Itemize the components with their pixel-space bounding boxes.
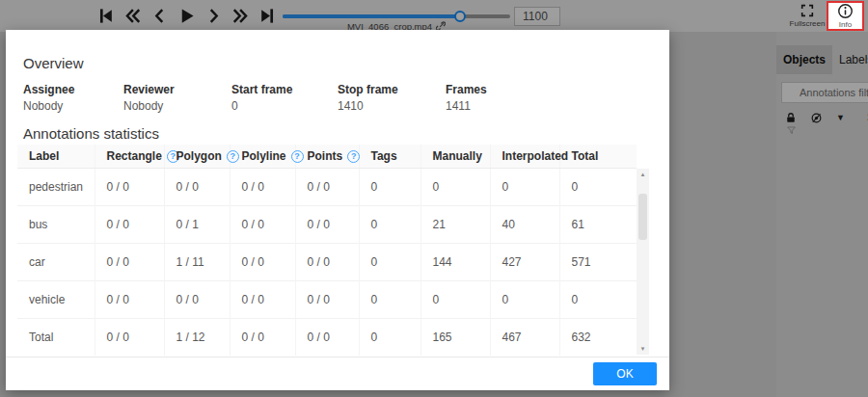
scrollbar-thumb[interactable] [638, 194, 647, 240]
stat-cell: 61 [559, 206, 637, 244]
column-header-polyline: Polyline? [230, 145, 295, 169]
stat-cell: 0 / 0 [95, 169, 164, 206]
stat-cell: 0 [420, 169, 490, 206]
stat-cell: 467 [490, 319, 559, 357]
overview-fields: Assignee Nobody Reviewer Nobody Start fr… [23, 83, 654, 113]
stat-cell: 144 [420, 244, 490, 281]
table-row: pedestrian0 / 00 / 00 / 00 / 00000 [17, 169, 637, 206]
row-label-cell: vehicle [17, 281, 95, 319]
stat-cell: 0 [559, 281, 637, 319]
column-header-label: Label [29, 149, 59, 163]
column-header-rectangle: Rectangle? [95, 145, 164, 169]
row-label-cell: bus [17, 206, 95, 244]
info-button[interactable]: Info [827, 1, 864, 31]
stat-cell: 1 / 11 [164, 244, 230, 281]
column-header-label: Total [572, 149, 599, 163]
stat-cell: 0 [359, 244, 420, 281]
stats-table-head-row: LabelRectangle?Polygon?Polyline?Points?T… [17, 145, 637, 169]
stat-cell: 0 / 0 [95, 206, 164, 244]
info-label: Info [839, 20, 852, 29]
table-row: vehicle0 / 00 / 00 / 00 / 00000 [17, 281, 637, 319]
column-header-label: Manually [433, 149, 482, 163]
field-value: 0 [231, 99, 338, 113]
stats-title: Annotations statistics [23, 125, 654, 142]
column-header-manually: Manually [420, 145, 490, 169]
field-value: Nobody [23, 99, 123, 113]
stat-cell: 0 / 0 [95, 281, 164, 319]
help-icon[interactable]: ? [291, 150, 304, 163]
stat-cell: 0 / 0 [230, 206, 295, 244]
stat-cell: 0 [359, 206, 420, 244]
overview-title: Overview [23, 55, 654, 71]
stat-cell: 571 [559, 244, 637, 281]
stat-cell: 0 [359, 169, 420, 206]
column-header-tags: Tags [359, 145, 420, 169]
stat-cell: 0 / 0 [230, 244, 295, 281]
table-row: car0 / 01 / 110 / 00 / 00144427571 [17, 244, 637, 281]
stat-cell: 0 / 0 [230, 169, 295, 206]
info-icon [837, 3, 854, 19]
stat-cell: 0 / 1 [164, 206, 230, 244]
field-label: Frames [446, 83, 532, 96]
stat-cell: 0 / 0 [295, 206, 359, 244]
help-icon[interactable]: ? [347, 150, 360, 163]
stat-cell: 427 [490, 244, 559, 281]
stat-cell: 0 [490, 169, 559, 206]
stat-cell: 0 [359, 281, 420, 319]
column-header-interpolated: Interpolated [490, 145, 559, 169]
help-icon[interactable]: ? [227, 150, 239, 163]
stat-cell: 0 / 0 [295, 169, 359, 206]
field-value: Nobody [123, 99, 231, 113]
stat-cell: 0 / 0 [95, 244, 164, 281]
stat-cell: 0 / 0 [164, 281, 230, 319]
field-value: 1411 [446, 99, 532, 113]
column-header-label: Points [308, 149, 343, 163]
column-header-label: Polyline [242, 149, 286, 163]
row-label-cell: Total [17, 319, 95, 357]
stat-cell: 0 [490, 281, 559, 319]
modal-footer: OK [6, 357, 669, 390]
stat-cell: 0 / 0 [230, 319, 295, 357]
stat-cell: 632 [559, 319, 637, 357]
field-frames: Frames 1411 [446, 83, 532, 113]
column-header-label: Polygon [176, 149, 222, 163]
field-label: Start frame [231, 83, 338, 96]
ok-button[interactable]: OK [593, 362, 657, 385]
stat-cell: 0 [559, 169, 637, 206]
stat-cell: 0 / 0 [164, 169, 230, 206]
stat-cell: 0 [420, 281, 490, 319]
column-header-label: Tags [371, 149, 397, 163]
field-stop-frame: Stop frame 1410 [338, 83, 446, 113]
scrollbar-up-icon[interactable]: ▲ [637, 172, 649, 177]
table-row: bus0 / 00 / 10 / 00 / 00214061 [17, 206, 637, 244]
job-info-modal: Overview Assignee Nobody Reviewer Nobody… [6, 30, 669, 390]
column-header-label: Interpolated [502, 149, 569, 163]
row-label-cell: pedestrian [17, 169, 95, 206]
table-scrollbar[interactable]: ▲ ▼ [637, 169, 649, 355]
stat-cell: 0 / 0 [295, 319, 359, 357]
table-row-total: Total0 / 01 / 120 / 00 / 00165467632 [17, 319, 637, 357]
field-assignee: Assignee Nobody [23, 83, 123, 113]
stat-cell: 1 / 12 [164, 319, 230, 357]
app-window: MVI_4066_crop.mp4 Fullscreen Objects Lab… [0, 0, 868, 397]
stats-table-container: LabelRectangle?Polygon?Polyline?Points?T… [17, 145, 649, 356]
stat-cell: 165 [420, 319, 490, 357]
stat-cell: 0 / 0 [95, 319, 164, 357]
column-header-label: Rectangle [107, 149, 162, 163]
field-label: Assignee [23, 83, 123, 96]
scrollbar-down-icon[interactable]: ▼ [637, 346, 649, 352]
stat-cell: 21 [420, 206, 490, 244]
field-value: 1410 [338, 99, 446, 113]
field-reviewer: Reviewer Nobody [123, 83, 231, 113]
stat-cell: 40 [490, 206, 559, 244]
column-header-total: Total [559, 145, 637, 169]
column-header-label: Label [17, 145, 95, 169]
stat-cell: 0 / 0 [295, 281, 359, 319]
stat-cell: 0 / 0 [295, 244, 359, 281]
column-header-points: Points? [295, 145, 359, 169]
stats-table: LabelRectangle?Polygon?Polyline?Points?T… [17, 145, 637, 356]
stats-table-body: pedestrian0 / 00 / 00 / 00 / 00000bus0 /… [17, 169, 637, 357]
row-label-cell: car [17, 244, 95, 281]
stat-cell: 0 [359, 319, 420, 357]
field-start-frame: Start frame 0 [231, 83, 338, 113]
